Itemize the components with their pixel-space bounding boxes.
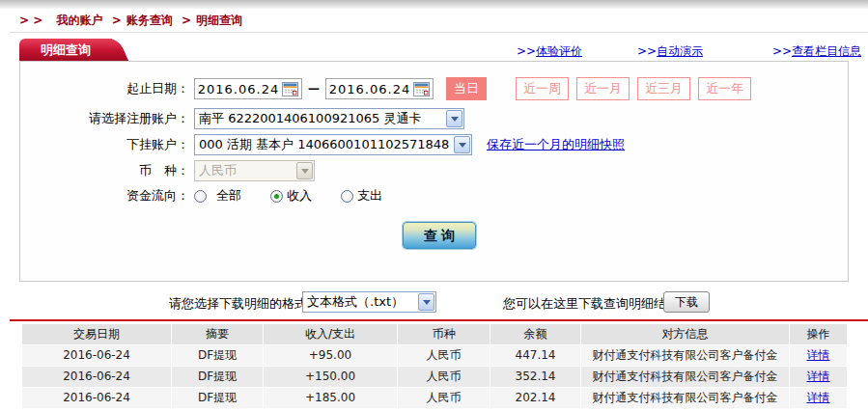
cell-summary: DF提现	[172, 345, 263, 366]
cell-counterparty: 财付通支付科技有限公司客户备付金	[581, 388, 789, 408]
date-to-input[interactable]: 2016.06.24	[325, 78, 434, 99]
cell-date: 2016-06-24	[22, 345, 171, 366]
chevron-down-icon	[454, 136, 470, 153]
radio-flow-income[interactable]: 收入	[270, 187, 312, 205]
calendar-icon[interactable]	[413, 81, 431, 96]
quick-range-week-button[interactable]: 近一周	[516, 77, 569, 100]
link-view-column-info[interactable]: >>查看栏目信息	[772, 43, 861, 60]
registered-account-select[interactable]: 南平 6222001406100921065 灵通卡	[194, 108, 464, 129]
tab-detail-query[interactable]: 明细查询	[19, 39, 112, 61]
breadcrumb-divider	[10, 32, 868, 33]
breadcrumb-prefix: > >	[19, 14, 42, 27]
sub-account-select[interactable]: 000 活期 基本户 1406600101102571848	[194, 134, 472, 155]
radio-flow-expense[interactable]: 支出	[341, 187, 382, 205]
cell-balance: 352.14	[490, 367, 580, 387]
cell-counterparty: 财付通支付科技有限公司客户备付金	[581, 367, 789, 387]
quick-range-3months-button[interactable]: 近三月	[637, 77, 690, 100]
chevron-down-icon	[418, 293, 434, 311]
date-to-value: 2016.06.24	[326, 82, 413, 96]
date-from-value: 2016.06.24	[195, 82, 282, 96]
radio-label: 收入	[287, 187, 312, 205]
save-snapshot-link[interactable]: 保存近一个月的明细快照	[487, 136, 625, 153]
quick-range-month-button[interactable]: 近一月	[576, 77, 630, 100]
table-top-divider	[10, 319, 868, 321]
download-format-label: 请您选择下载明细的格式	[169, 295, 307, 313]
registered-account-value: 南平 6222001406100921065 灵通卡	[195, 110, 445, 127]
cell-counterparty: 财付通支付科技有限公司客户备付金	[581, 345, 789, 366]
header-counterparty: 对方信息	[581, 324, 789, 344]
radio-circle-icon	[341, 190, 353, 203]
header-date: 交易日期	[22, 324, 171, 344]
cell-date: 2016-06-24	[22, 367, 171, 387]
chevron-down-icon	[446, 110, 462, 127]
quick-range-year-button[interactable]: 近一年	[698, 77, 751, 100]
date-separator: —	[308, 82, 320, 96]
detail-link[interactable]: 详情	[807, 348, 830, 362]
tab-label: 明细查询	[41, 42, 91, 57]
link-label: 自动演示	[657, 44, 703, 58]
currency-label: 币 种：	[20, 162, 189, 179]
link-experience-evaluation[interactable]: >>体验评价	[517, 43, 582, 60]
radio-label: 全部	[216, 187, 241, 205]
fund-flow-label: 资金流向：	[20, 187, 189, 205]
link-auto-demo[interactable]: >>自动演示	[637, 43, 703, 60]
download-hint: 您可以在这里下载查询明细结果	[503, 295, 679, 313]
link-label: 查看栏目信息	[792, 44, 861, 58]
cell-amount: +95.00	[264, 345, 397, 366]
quick-range-today-button[interactable]: 当日	[446, 77, 487, 100]
table-header-row: 交易日期 摘要 收入/支出 币种 余额 对方信息 操作	[22, 324, 849, 344]
sub-account-row: 下挂账户： 000 活期 基本户 1406600101102571848 保存近…	[20, 134, 625, 155]
download-row: 请您选择下载明细的格式 文本格式（.txt） 您可以在这里下载查询明细结果 下载	[0, 291, 868, 315]
download-button[interactable]: 下载	[663, 291, 710, 313]
breadcrumb-item-account-query[interactable]: 账务查询	[126, 14, 173, 27]
radio-circle-checked-icon	[270, 190, 283, 203]
download-format-value: 文本格式（.txt）	[303, 293, 417, 311]
calendar-icon[interactable]	[282, 81, 299, 96]
table-row: 2016-06-24 DF提现 +95.00 人民币 447.14 财付通支付科…	[22, 345, 849, 366]
breadcrumb-item-my-account[interactable]: 我的账户	[56, 14, 102, 27]
transactions-table: 交易日期 摘要 收入/支出 币种 余额 对方信息 操作 2016-06-24 D…	[22, 324, 849, 408]
link-prefix: >>	[772, 44, 792, 58]
currency-select: 人民币	[194, 160, 315, 181]
link-label: 体验评价	[536, 44, 582, 58]
fund-flow-row: 资金流向： 全部 收入 支出	[20, 187, 382, 205]
header-action: 操作	[790, 324, 847, 344]
chevron-down-icon	[296, 162, 313, 179]
download-format-select[interactable]: 文本格式（.txt）	[302, 291, 436, 313]
cell-balance: 447.14	[490, 345, 580, 366]
registered-account-label: 请选择注册账户：	[20, 110, 189, 127]
breadcrumb: > > 我的账户 >账务查询 >明细查询	[19, 13, 242, 29]
cell-currency: 人民币	[398, 345, 490, 366]
radio-label: 支出	[357, 187, 382, 205]
cell-currency: 人民币	[398, 367, 490, 387]
date-range-label: 起止日期：	[20, 80, 189, 97]
cell-amount: +185.00	[264, 388, 397, 408]
cell-currency: 人民币	[398, 388, 490, 408]
detail-link[interactable]: 详情	[807, 391, 830, 404]
header-amount: 收入/支出	[264, 324, 397, 344]
breadcrumb-item-detail-query[interactable]: 明细查询	[196, 14, 242, 27]
registered-account-row: 请选择注册账户： 南平 6222001406100921065 灵通卡	[20, 108, 464, 129]
table-row: 2016-06-24 DF提现 +185.00 人民币 202.14 财付通支付…	[22, 388, 849, 408]
breadcrumb-separator: >	[112, 14, 122, 27]
radio-circle-icon	[194, 190, 207, 203]
cell-date: 2016-06-24	[22, 388, 171, 408]
header-summary: 摘要	[172, 324, 263, 344]
detail-link[interactable]: 详情	[807, 370, 830, 383]
cell-balance: 202.14	[490, 388, 580, 408]
cell-summary: DF提现	[172, 367, 263, 387]
radio-flow-all[interactable]: 全部	[194, 187, 241, 205]
breadcrumb-separator: >	[182, 14, 191, 27]
cell-summary: DF提现	[172, 388, 263, 408]
header-balance: 余额	[490, 324, 580, 344]
date-range-row: 起止日期： 2016.06.24	[20, 77, 751, 100]
cell-amount: +150.00	[264, 367, 397, 387]
currency-value: 人民币	[195, 162, 295, 179]
date-from-input[interactable]: 2016.06.24	[194, 78, 302, 99]
currency-row: 币 种： 人民币	[20, 160, 315, 181]
top-gradient-strip	[0, 0, 868, 9]
sub-account-label: 下挂账户：	[20, 136, 189, 153]
header-currency: 币种	[398, 324, 490, 344]
page: > > 我的账户 >账务查询 >明细查询 明细查询 >>体验评价 >>自动演示 …	[0, 0, 868, 411]
query-button[interactable]: 查 询	[403, 222, 476, 249]
